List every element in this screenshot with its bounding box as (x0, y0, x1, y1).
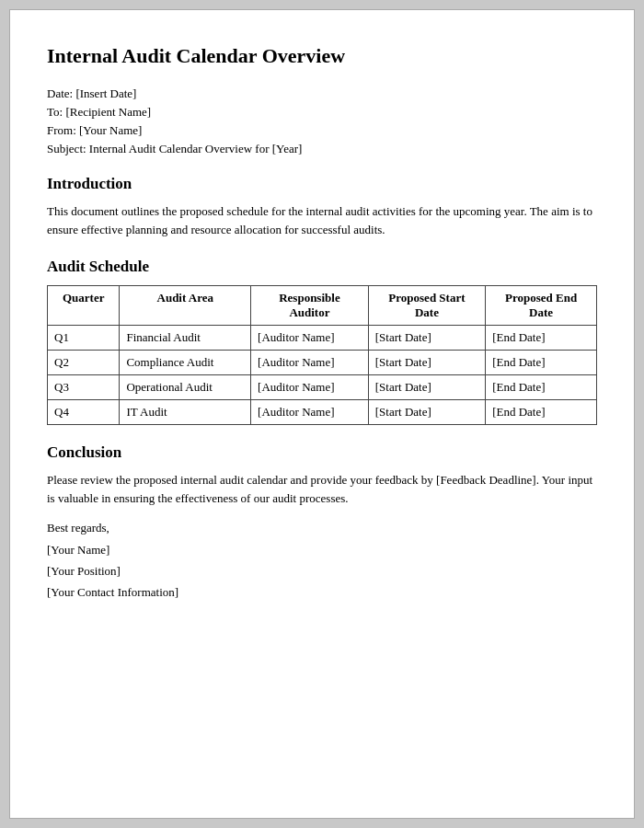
table-cell: Q2 (48, 350, 120, 374)
conclusion-body: Please review the proposed internal audi… (47, 471, 597, 508)
introduction-body: This document outlines the proposed sche… (47, 202, 597, 239)
table-cell: [Auditor Name] (251, 374, 369, 399)
col-responsible-auditor: ResponsibleAuditor (251, 285, 369, 325)
document-page: Internal Audit Calendar Overview Date: [… (9, 9, 635, 819)
sign-off-regards: Best regards, (47, 517, 597, 538)
audit-schedule-table: Quarter Audit Area ResponsibleAuditor Pr… (47, 285, 597, 425)
table-cell: [Auditor Name] (251, 325, 369, 350)
meta-subject: Subject: Internal Audit Calendar Overvie… (47, 142, 597, 156)
col-quarter: Quarter (48, 285, 120, 325)
audit-schedule-heading: Audit Schedule (47, 258, 597, 276)
table-cell: IT Audit (120, 399, 251, 424)
table-cell: [Start Date] (368, 325, 485, 350)
meta-to: To: [Recipient Name] (47, 105, 597, 120)
sign-off-position: [Your Position] (47, 560, 597, 581)
conclusion-heading: Conclusion (47, 443, 597, 462)
table-row: Q4IT Audit[Auditor Name][Start Date][End… (48, 399, 597, 424)
introduction-heading: Introduction (47, 175, 597, 193)
table-cell: [Auditor Name] (251, 399, 369, 424)
table-cell: [End Date] (486, 374, 597, 399)
sign-off-block: Best regards, [Your Name] [Your Position… (47, 517, 597, 604)
table-cell: Q4 (48, 399, 120, 424)
table-cell: [Auditor Name] (251, 350, 369, 374)
table-cell: Financial Audit (120, 325, 251, 350)
col-audit-area: Audit Area (120, 285, 251, 325)
table-cell: Operational Audit (120, 374, 251, 399)
table-cell: Q3 (48, 374, 120, 399)
sign-off-name: [Your Name] (47, 539, 597, 560)
table-cell: [Start Date] (368, 374, 485, 399)
table-row: Q2Compliance Audit[Auditor Name][Start D… (48, 350, 597, 374)
table-cell: [End Date] (486, 399, 597, 424)
table-cell: [Start Date] (368, 399, 485, 424)
table-header-row: Quarter Audit Area ResponsibleAuditor Pr… (48, 285, 597, 325)
meta-date: Date: [Insert Date] (47, 86, 597, 101)
document-title: Internal Audit Calendar Overview (47, 43, 597, 70)
col-proposed-start-date: Proposed StartDate (368, 285, 485, 325)
table-cell: [Start Date] (368, 350, 485, 374)
table-row: Q1Financial Audit[Auditor Name][Start Da… (48, 325, 597, 350)
table-row: Q3Operational Audit[Auditor Name][Start … (48, 374, 597, 399)
col-proposed-end-date: Proposed EndDate (486, 285, 597, 325)
table-cell: [End Date] (486, 325, 597, 350)
sign-off-contact: [Your Contact Information] (47, 581, 597, 603)
table-cell: [End Date] (486, 350, 597, 374)
table-cell: Compliance Audit (120, 350, 251, 374)
meta-from: From: [Your Name] (47, 123, 597, 138)
table-cell: Q1 (48, 325, 120, 350)
